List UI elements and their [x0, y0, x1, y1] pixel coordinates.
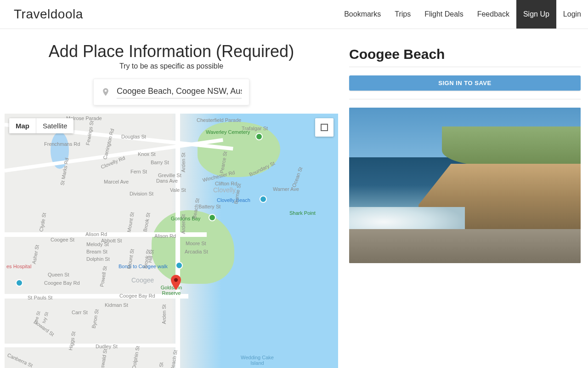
map-label-clovelly: Clovelly — [213, 186, 236, 194]
brand-logo[interactable]: Traveldoola — [14, 7, 83, 22]
road-marcel: Marcel Ave — [104, 179, 129, 184]
page-title: Add Place Information (Required) — [5, 42, 338, 61]
road-coogee-st: Coogee St — [51, 237, 74, 242]
place-search-input[interactable] — [117, 86, 242, 98]
road-alison-2: Alison Rd — [154, 233, 176, 239]
road-arden-2: Arden St — [181, 214, 186, 234]
road-greville: Greville St — [158, 172, 181, 178]
road-alison: Alison Rd — [85, 231, 107, 237]
place-hero-image — [349, 108, 581, 263]
road-frenchmans: Frenchmans Rd — [44, 141, 80, 147]
poi-generic-icon — [16, 279, 23, 287]
map-label-wedding-cake: Wedding Cake Island — [239, 355, 276, 366]
road-arden-3: Arden St — [161, 305, 167, 324]
map-pin-icon — [101, 86, 110, 98]
road-clifton: Clifton Rd — [215, 181, 237, 186]
poi-clovelly-beach-icon — [260, 196, 267, 203]
nav-flight-deals[interactable]: Flight Deals — [418, 0, 470, 29]
map-label-coogee: Coogee — [131, 276, 154, 284]
road-st-pauls: St Pauls St — [28, 295, 52, 300]
road-carr: Carr St — [72, 310, 88, 315]
map[interactable]: Clovelly Coogee Clovelly Beach Shark Poi… — [5, 114, 338, 368]
road-dolphin: Dolphin St — [86, 256, 110, 262]
road-moore: Moore St — [186, 241, 206, 246]
road-douglas: Douglas St — [121, 134, 146, 139]
road-vale: Vale St — [170, 187, 186, 193]
road-barry: Barry St — [151, 160, 169, 165]
fullscreen-icon — [321, 124, 328, 131]
poi-bondi-walk-icon — [175, 262, 183, 269]
road-queen: Queen St — [48, 272, 69, 277]
place-title: Coogee Beach — [349, 46, 581, 67]
map-type-switcher: Map Satellite — [9, 118, 74, 133]
road-coogee-bay: Coogee Bay Rd — [44, 280, 80, 286]
map-type-map[interactable]: Map — [9, 118, 36, 133]
svg-point-0 — [174, 278, 178, 282]
road-bream: Bream St — [86, 249, 107, 254]
road-arden: Arden St — [181, 153, 186, 172]
road-arden-4: Arden St — [158, 362, 164, 368]
road-kidman: Kidman St — [105, 302, 128, 308]
road-arcadia: Arcadia St — [185, 249, 208, 254]
nav-signup[interactable]: Sign Up — [516, 0, 556, 29]
map-marker-icon — [171, 275, 181, 290]
nav-feedback[interactable]: Feedback — [470, 0, 516, 29]
road-coogee-bay-2: Coogee Bay Rd — [119, 293, 155, 299]
place-search-card — [93, 79, 249, 105]
sign-in-to-save-button[interactable]: SIGN IN TO SAVE — [349, 75, 581, 91]
road-chesterfield: Chesterfield Parade — [197, 117, 241, 123]
page-subtitle: Try to be as specific as possible — [5, 62, 338, 70]
road-fern: Fern St — [130, 169, 147, 174]
road-dudley: Dudley St — [96, 344, 118, 349]
nav-login[interactable]: Login — [556, 0, 588, 29]
map-label-shark-point: Shark Point — [289, 210, 316, 216]
road-melody: Melody St — [86, 242, 109, 247]
map-type-satellite[interactable]: Satellite — [36, 118, 74, 133]
road-trafalgar: Trafalgar St — [242, 126, 268, 131]
road-battery: Battery St — [198, 204, 220, 209]
road-dans: Dans Ave — [156, 178, 178, 184]
road-warner: Warner Ave — [273, 186, 299, 192]
nav-trips[interactable]: Trips — [388, 0, 418, 29]
poi-gordons-bay-icon — [209, 214, 216, 221]
map-label-hospital: es Hospital — [6, 264, 31, 269]
road-knox: Knox St — [138, 151, 156, 157]
poi-waverley-icon — [255, 133, 263, 140]
nav-bookmarks[interactable]: Bookmarks — [337, 0, 388, 29]
road-division: Division St — [130, 191, 153, 196]
map-fullscreen-button[interactable] — [315, 118, 334, 137]
top-nav: Bookmarks Trips Flight Deals Feedback Si… — [337, 0, 588, 29]
